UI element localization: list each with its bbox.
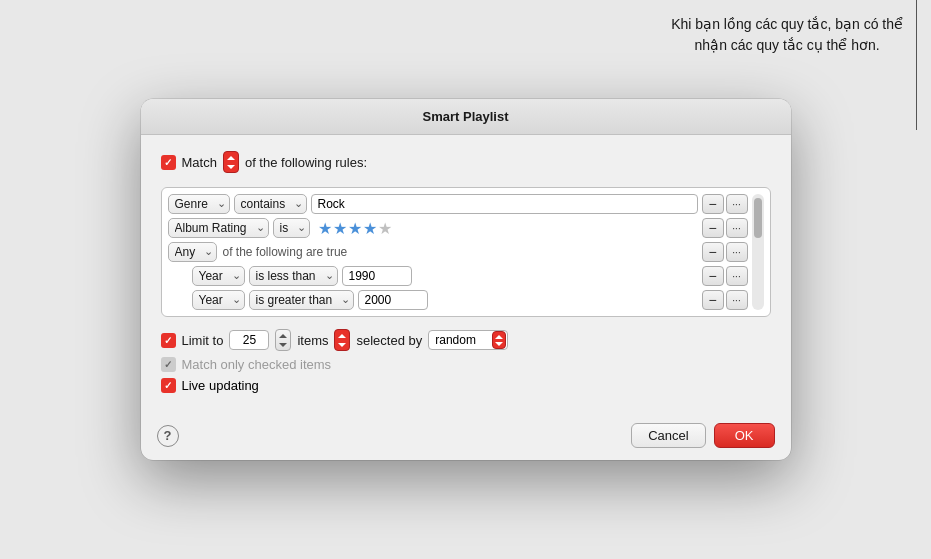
dialog-footer: ? Cancel OK — [141, 417, 791, 460]
genre-field-wrapper: Genre — [168, 194, 230, 214]
limit-value-input[interactable] — [229, 330, 269, 350]
year1-value-input[interactable] — [342, 266, 412, 286]
genre-field-select[interactable]: Genre — [168, 194, 230, 214]
star-5: ★ — [378, 219, 392, 238]
album-rating-field-select[interactable]: Album Rating — [168, 218, 269, 238]
tooltip-line2: nhận các quy tắc cụ thể hơn. — [695, 37, 880, 53]
tooltip-line1: Khi bạn lồng các quy tắc, bạn có thể — [671, 16, 903, 32]
tooltip-text: Khi bạn lồng các quy tắc, bạn có thể nhậ… — [671, 14, 903, 56]
selected-by-stepper-down-icon — [495, 342, 503, 346]
table-row: Year is greater than − ··· — [192, 290, 748, 310]
genre-add-button[interactable]: ··· — [726, 194, 748, 214]
items-stepper-red[interactable] — [334, 329, 350, 351]
limit-checkbox[interactable] — [161, 333, 176, 348]
live-updating-label: Live updating — [182, 378, 259, 393]
scrollbar-thumb — [754, 198, 762, 238]
table-row: Year is less than − ··· — [192, 266, 748, 286]
year2-add-button[interactable]: ··· — [726, 290, 748, 310]
album-rating-rule-buttons: − ··· — [702, 218, 748, 238]
match-stepper-down-icon — [227, 165, 235, 169]
table-row: Any of the following are true − ··· — [168, 242, 748, 262]
genre-condition-wrapper: contains — [234, 194, 307, 214]
match-only-row: Match only checked items — [161, 357, 771, 372]
any-remove-button[interactable]: − — [702, 242, 724, 262]
genre-remove-button[interactable]: − — [702, 194, 724, 214]
album-rating-field-wrapper: Album Rating — [168, 218, 269, 238]
album-rating-condition-select[interactable]: is — [273, 218, 310, 238]
help-button[interactable]: ? — [157, 425, 179, 447]
year2-field-select[interactable]: Year — [192, 290, 245, 310]
nested-rules: Year is less than − ··· — [192, 266, 748, 310]
selected-by-stepper-up-icon — [495, 335, 503, 339]
match-only-label: Match only checked items — [182, 357, 332, 372]
year2-field-wrapper: Year — [192, 290, 245, 310]
limit-stepper-down-icon — [279, 343, 287, 347]
year1-rule-buttons: − ··· — [702, 266, 748, 286]
footer-buttons: Cancel OK — [631, 423, 774, 448]
any-add-button[interactable]: ··· — [726, 242, 748, 262]
star-1: ★ — [318, 219, 332, 238]
album-rating-condition-wrapper: is — [273, 218, 310, 238]
album-rating-stars[interactable]: ★ ★ ★ ★ ★ — [314, 219, 396, 238]
star-2: ★ — [333, 219, 347, 238]
cancel-button[interactable]: Cancel — [631, 423, 705, 448]
smart-playlist-dialog: Smart Playlist Match of the following ru… — [141, 99, 791, 460]
limit-stepper-up-icon — [279, 334, 287, 338]
year1-condition-wrapper: is less than — [249, 266, 338, 286]
limit-items-label: items — [297, 333, 328, 348]
any-field-select[interactable]: Any — [168, 242, 217, 262]
selected-by-label: selected by — [356, 333, 422, 348]
live-updating-row: Live updating — [161, 378, 771, 393]
album-rating-remove-button[interactable]: − — [702, 218, 724, 238]
rules-scrollbar[interactable] — [752, 194, 764, 310]
items-stepper-up-icon — [338, 334, 346, 338]
year2-value-input[interactable] — [358, 290, 428, 310]
match-label-post: of the following rules: — [245, 155, 367, 170]
match-checkbox[interactable] — [161, 155, 176, 170]
match-value-stepper[interactable] — [223, 151, 239, 173]
genre-rule-buttons: − ··· — [702, 194, 748, 214]
any-field-wrapper: Any — [168, 242, 217, 262]
tooltip-line — [916, 0, 917, 130]
ok-button[interactable]: OK — [714, 423, 775, 448]
year1-field-select[interactable]: Year — [192, 266, 245, 286]
star-4: ★ — [363, 219, 377, 238]
genre-value-input[interactable] — [311, 194, 698, 214]
limit-items-stepper[interactable] — [275, 329, 291, 351]
year2-condition-wrapper: is greater than — [249, 290, 354, 310]
year2-rule-buttons: − ··· — [702, 290, 748, 310]
year2-condition-select[interactable]: is greater than — [249, 290, 354, 310]
selected-by-stepper[interactable] — [492, 331, 506, 349]
match-only-checkbox[interactable] — [161, 357, 176, 372]
match-stepper-up-icon — [227, 156, 235, 160]
year1-field-wrapper: Year — [192, 266, 245, 286]
rules-list: Genre contains − ··· — [168, 194, 748, 310]
dialog-title: Smart Playlist — [141, 99, 791, 135]
limit-label: Limit to — [182, 333, 224, 348]
album-rating-add-button[interactable]: ··· — [726, 218, 748, 238]
year1-condition-select[interactable]: is less than — [249, 266, 338, 286]
year2-remove-button[interactable]: − — [702, 290, 724, 310]
genre-condition-select[interactable]: contains — [234, 194, 307, 214]
star-3: ★ — [348, 219, 362, 238]
match-row: Match of the following rules: — [161, 151, 771, 173]
live-updating-checkbox[interactable] — [161, 378, 176, 393]
year1-add-button[interactable]: ··· — [726, 266, 748, 286]
any-condition-label: of the following are true — [223, 245, 348, 259]
any-rule-buttons: − ··· — [702, 242, 748, 262]
dialog-body: Match of the following rules: Genre — [141, 135, 791, 417]
limit-row: Limit to items selected by — [161, 329, 771, 351]
items-stepper-down-icon — [338, 343, 346, 347]
rules-area: Genre contains − ··· — [161, 187, 771, 317]
table-row: Genre contains − ··· — [168, 194, 748, 214]
year1-remove-button[interactable]: − — [702, 266, 724, 286]
match-label-pre: Match — [182, 155, 217, 170]
table-row: Album Rating is ★ ★ ★ ★ ★ — [168, 218, 748, 238]
